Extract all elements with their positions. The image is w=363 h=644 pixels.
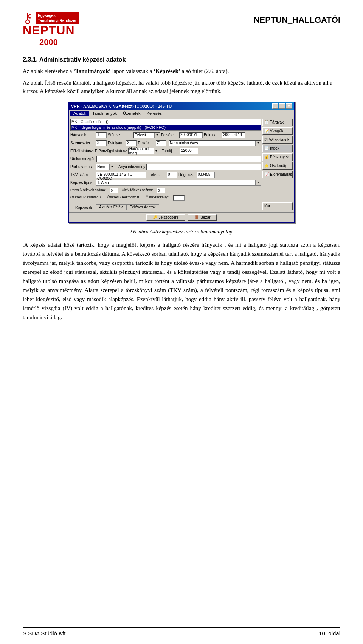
- kepzes-tipus-arrow[interactable]: ▼: [255, 180, 261, 185]
- penzugyek-icon: 💰: [264, 155, 269, 159]
- status-label: Státusz: [108, 133, 132, 137]
- hanyadik-input[interactable]: 1: [96, 132, 107, 138]
- nem-utolso-dropdown[interactable]: Nem utolsó éves ▼: [169, 140, 261, 146]
- menu-uzenetek[interactable]: Üzenetek: [120, 111, 143, 116]
- osztondij-icon: ⭐: [264, 164, 269, 168]
- status-arrow[interactable]: ▼: [154, 133, 160, 138]
- dialog-title: VPR - AALMOSKA KINGA(teszt) (CQ020Q) - 1…: [71, 104, 172, 108]
- index-button[interactable]: 📑 Index: [262, 145, 293, 152]
- osztondij-button[interactable]: ⭐ Ösztöndíj: [262, 162, 293, 170]
- section-para1: Az ablak eléréséhez a ‘Tanulmányok’ lapo…: [23, 67, 340, 76]
- tab-kepzesek[interactable]: Képzések: [72, 205, 95, 210]
- bezar-button[interactable]: 🚪 Bezár: [188, 214, 217, 221]
- regi-tsz-input[interactable]: 033455: [197, 172, 215, 178]
- felvetel-input[interactable]: 2000/01/1: [179, 132, 203, 138]
- kepzes-tipus-dropdown[interactable]: 1. Alap ▼: [96, 180, 261, 186]
- evfolyam-label: Évfolyam: [108, 141, 125, 145]
- anya-int-input[interactable]: [146, 164, 261, 170]
- tkv-input[interactable]: VE-2000011-14S-TU-CQ020Q: [96, 172, 146, 178]
- aktiv-label: Aktív félévek száma:: [122, 188, 153, 193]
- minimize-button[interactable]: _: [272, 103, 278, 109]
- szemeszter-input[interactable]: 3: [96, 140, 107, 146]
- szemeszter-label: Szemeszter: [70, 141, 95, 145]
- aktiv-input[interactable]: 0: [157, 188, 165, 193]
- tkv-label: TKV szám: [70, 173, 95, 177]
- page-footer: S SDA Stúdió Kft. 10. oldal: [23, 627, 340, 636]
- kar-button[interactable]: Kar: [262, 202, 293, 210]
- section-para2: Az ablak felső részén láthatók a hallgat…: [23, 79, 340, 96]
- tandij-label: Tandíj: [162, 149, 179, 153]
- stat-row: Passzív félévek száma: 0 Aktív félévek s…: [70, 188, 261, 193]
- row-2: Szemeszter 3 Évfolyam 2 Tankör 21 Nem ut…: [70, 140, 261, 147]
- listbox-item-1[interactable]: MK - Gazdálkodás - (): [71, 119, 261, 125]
- beiratk-input[interactable]: 2000.08.14: [222, 132, 245, 138]
- osszkreditatlag-label: Összkreditalag:: [146, 195, 169, 201]
- header: ⚷ Egységes Tanulmányi Rendszer NEPTUN 20…: [23, 11, 340, 47]
- dialog-body: MK - Gazdálkodás - () MK - Idegenforgalm…: [69, 117, 294, 212]
- tankor-input[interactable]: 21: [156, 140, 166, 146]
- footer-right: 10. oldal: [319, 630, 340, 636]
- penzugyek-button[interactable]: 💰 Pénzügyek: [262, 153, 293, 161]
- felv-p-input[interactable]: 0: [167, 172, 177, 178]
- logo-neptun: NEPTUN: [23, 23, 75, 37]
- menubar: Adatok Tanulmányok Üzenetek Keresés: [69, 110, 294, 117]
- beiratk-label: Beiratk.: [204, 133, 221, 137]
- passziv-input[interactable]: 0: [110, 188, 118, 193]
- osszes-iv-label: Összes IV száma: 0: [70, 195, 101, 201]
- valasztasok-button[interactable]: ☑ Választások: [262, 136, 293, 144]
- felv-p-label: Felv.p.: [149, 173, 166, 177]
- dialog-footer: 🔑 Jelszócsere 🚪 Bezár: [69, 212, 294, 222]
- trident-icon: ⚷: [23, 11, 33, 25]
- maximize-button[interactable]: □: [279, 103, 285, 109]
- tab-feleves-adatok[interactable]: Féléves Adatok: [126, 204, 159, 210]
- valasztasok-icon: ☑: [264, 137, 268, 142]
- kepzes-tipus-label: Képzés típus: [70, 181, 95, 185]
- tankor-label: Tankör: [138, 141, 155, 145]
- page-title: NEPTUN_HALLGATÓI: [254, 15, 340, 25]
- penzugyi-dropdown[interactable]: Határon túli mag ▼: [128, 148, 159, 154]
- elorehaldas-button[interactable]: 📈 Előrehaladás: [262, 171, 293, 178]
- osszkreditatlag-input[interactable]: [173, 195, 185, 201]
- nem-utolso-arrow[interactable]: ▼: [255, 141, 261, 146]
- row-6: TKV szám VE-2000011-14S-TU-CQ020Q Felv.p…: [70, 171, 261, 178]
- penzugyi-arrow[interactable]: ▼: [154, 148, 159, 154]
- row-3: Előző státusz: F Pénzügyi státusz Határo…: [70, 148, 261, 154]
- parhuzamos-label: Párhuzamos: [70, 165, 95, 169]
- hanyadik-label: Hányadik: [70, 133, 95, 137]
- index-icon: 📑: [264, 146, 269, 150]
- parhuzamos-arrow[interactable]: ▼: [109, 164, 115, 170]
- targyak-button[interactable]: 📋 Tárgyak: [262, 119, 293, 126]
- menu-adatok[interactable]: Adatok: [70, 111, 89, 116]
- penzugyi-label: Pénzügyi státusz: [98, 149, 127, 153]
- listbox-item-2[interactable]: MK - Idegenforgalmi és szálloda (nappali…: [71, 125, 261, 130]
- titlebar-buttons[interactable]: _ □ ×: [272, 103, 292, 109]
- logo-top: ⚷ Egységes Tanulmányi Rendszer: [23, 11, 79, 25]
- row-4: Utolso mozgás: [70, 156, 261, 162]
- vizsgak-button[interactable]: 📝 Vizsgák: [262, 127, 293, 135]
- close-button[interactable]: ×: [286, 103, 292, 109]
- osszes-kreditp-label: Összes Kreditpont: 0: [107, 195, 139, 201]
- bezar-icon: 🚪: [194, 215, 199, 219]
- tab-aktualis-felev[interactable]: Aktuális Félév: [96, 204, 126, 210]
- kepzesek-listbox[interactable]: MK - Gazdálkodás - () MK - Idegenforgalm…: [70, 119, 261, 131]
- section-heading: 2.3.1. Adminisztratív képzési adatok: [23, 56, 340, 63]
- logo-text-box: Egységes Tanulmányi Rendszer: [36, 12, 79, 24]
- status-dropdown[interactable]: Felvett ▼: [133, 132, 160, 138]
- windows-dialog: VPR - AALMOSKA KINGA(teszt) (CQ020Q) - 1…: [68, 102, 295, 223]
- menu-kereses[interactable]: Keresés: [144, 111, 165, 116]
- row-5: Párhuzamos Nem ▼ Anya intézmény: [70, 164, 261, 170]
- neptun-brand: NEPTUN: [23, 23, 75, 37]
- row-1: Hányadik 1 Státusz Felvett ▼ Felvétel 20…: [70, 132, 261, 139]
- utolso-mozgas-input[interactable]: [96, 156, 261, 162]
- jelszocser-button[interactable]: 🔑 Jelszócsere: [146, 214, 185, 221]
- figure-caption: 2.6. ábra Aktiv képzéshez tartozó tanulm…: [23, 229, 340, 235]
- page: ⚷ Egységes Tanulmányi Rendszer NEPTUN 20…: [0, 0, 363, 644]
- parhuzamos-dropdown[interactable]: Nem ▼: [96, 164, 115, 170]
- utolso-mozgas-label: Utolso mozgás: [70, 157, 95, 161]
- dialog-titlebar: VPR - AALMOSKA KINGA(teszt) (CQ020Q) - 1…: [69, 102, 294, 110]
- tandij-input[interactable]: 12000: [180, 148, 198, 154]
- jelszocser-icon: 🔑: [153, 215, 157, 219]
- evfolyam-input[interactable]: 2: [126, 140, 137, 146]
- menu-tanulmanyok[interactable]: Tanulmányok: [89, 111, 120, 116]
- regi-tsz-label: Régi tsz.: [178, 173, 195, 177]
